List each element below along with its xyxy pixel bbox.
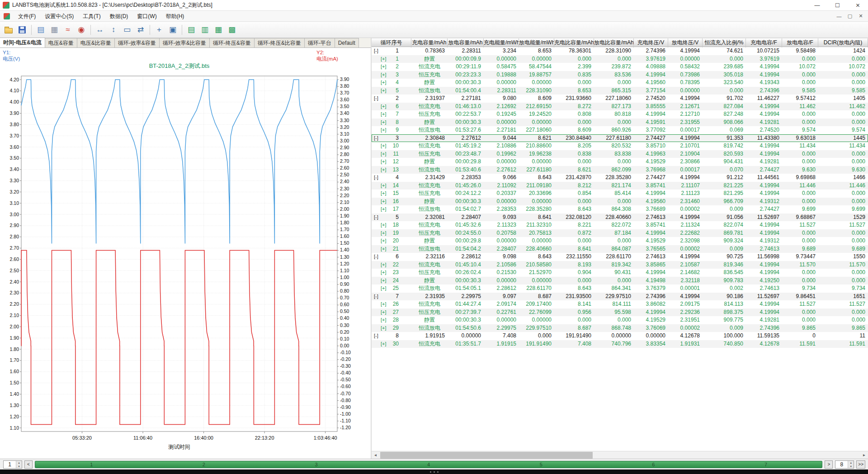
expander-toggle[interactable]: [+] [372,79,387,87]
step-row[interactable]: [+]13恒流放电01:53:40.62.27612227.611808.621… [372,166,868,174]
cycle-row[interactable]: [-]72.319352.299759.0978.687231.93500229… [372,293,868,301]
expander-toggle[interactable]: [+] [372,158,387,166]
step-row[interactable]: [+]1静置00:00:09.90.000000.000000.0000.000… [372,55,868,63]
expander-toggle[interactable]: [+] [372,245,387,253]
expander-toggle[interactable]: [-] [372,174,378,182]
expander-toggle[interactable]: [-] [372,332,378,340]
expander-toggle[interactable]: [+] [372,277,387,285]
step-row[interactable]: [+]15恒压充电00:24:12.20.2033720.336960.8548… [372,190,868,198]
step-row[interactable]: [+]4静置00:00:30.30.000000.000000.0000.000… [372,79,868,87]
column-header[interactable]: 放电电容/F [782,38,818,47]
expander-toggle[interactable]: [+] [372,182,387,190]
expander-toggle[interactable]: [+] [372,229,387,237]
open-file-button[interactable] [2,24,15,36]
range-start-spinner[interactable]: 1 ▴ ▾ [3,460,22,469]
step-row[interactable]: [+]30恒流充电01:35:51.71.91915191.914907.408… [372,340,868,348]
expander-toggle[interactable]: [+] [372,324,387,332]
expander-toggle[interactable]: [+] [372,198,387,206]
range-start-value[interactable]: 1 [4,461,16,468]
step-row[interactable]: [+]11恒压充电00:23:48.70.1996219.962380.8388… [372,150,868,158]
tab-3[interactable]: 电压&比容量 [77,38,115,47]
range-prev-button[interactable]: < [24,460,33,469]
marker-button[interactable]: + [153,24,165,36]
table-export-button[interactable]: ▩ [226,24,238,36]
expander-toggle[interactable]: [-] [372,134,378,142]
tab-9[interactable]: Default [335,38,359,47]
spin-down-icon[interactable]: ▾ [16,465,22,468]
step-row[interactable]: [+]3恒压充电00:23:23.30.1988819.887570.83583… [372,71,868,79]
step-row[interactable]: [+]28静置00:00:30.30.000000.000000.0000.00… [372,316,868,324]
zoom-box-button[interactable]: ▭ [121,24,133,36]
step-row[interactable]: [+]27恒压充电00:27:39.70.2276122.760990.9569… [372,308,868,317]
column-header[interactable]: 循环序号 [372,38,411,47]
cycle-row[interactable]: [-]22.319372.271819.0808.609231.93660227… [372,95,868,103]
table-columns-button[interactable]: ▥ [198,24,211,36]
tab-5[interactable]: 循环-效率&比容量 [159,38,210,47]
expander-toggle[interactable]: [+] [372,166,387,174]
expander-toggle[interactable]: [+] [372,340,387,348]
expander-toggle[interactable]: [+] [372,316,387,324]
step-row[interactable]: [+]7恒压充电00:22:53.70.1924519.245200.80880… [372,110,868,118]
step-row[interactable]: [+]14恒流充电01:45:26.02.11092211.091808.212… [372,182,868,190]
tab-4[interactable]: 循环-效率&容量 [114,38,160,47]
expander-toggle[interactable]: [+] [372,221,387,229]
scrollbar-track[interactable] [379,451,860,459]
menu-item[interactable]: 窗口(W) [132,11,161,22]
range-end-value[interactable]: 8 [835,461,848,468]
expander-toggle[interactable]: [+] [372,269,387,277]
tab-7[interactable]: 循环-终压&比容量 [254,38,305,47]
menu-item[interactable]: 数据(D) [105,11,133,22]
step-row[interactable]: [+]8静置00:00:30.30.000000.000000.0000.000… [372,118,868,127]
expander-toggle[interactable]: [-] [372,293,378,301]
minimize-button[interactable]: — [807,0,827,11]
step-row[interactable]: [+]25恒流放电01:54:05.12.28612228.611708.643… [372,284,868,293]
chart-area[interactable]: 4.204.104.003.903.803.703.603.503.403.30… [0,48,371,459]
menu-item[interactable]: 文件(F) [14,11,40,22]
mdi-close-button[interactable]: ✕ [855,12,866,21]
zoom-x-button[interactable]: ↔ [94,24,106,36]
step-row[interactable]: [+]2恒流充电00:29:11.90.5847558.475442.39923… [372,63,868,71]
column-header[interactable]: 充电容量/mAh [411,38,448,47]
step-row[interactable]: [+]19恒压充电00:24:55.00.2075820.758130.8728… [372,229,868,237]
close-button[interactable]: ✕ [848,0,868,11]
range-end-spinner[interactable]: 8 ▴ ▾ [835,460,854,469]
step-row[interactable]: [+]12静置00:00:29.80.000000.000000.0000.00… [372,158,868,166]
range-fast-forward-button[interactable]: >> [856,460,865,469]
column-header[interactable]: 充电能量/mWh [484,38,519,47]
zoom-reset-button[interactable]: ⇄ [134,24,147,36]
expander-toggle[interactable]: [+] [372,71,387,79]
zoom-y-button[interactable]: ↕ [107,24,120,36]
expander-toggle[interactable]: [-] [372,253,378,261]
step-row[interactable]: [+]17恒流放电01:54:02.72.28353228.352808.643… [372,205,868,213]
step-row[interactable]: [+]26恒流充电01:44:27.42.09174209.174008.141… [372,300,868,308]
expander-toggle[interactable]: [+] [372,284,387,293]
expander-toggle[interactable]: [+] [372,87,387,95]
column-header[interactable]: 恒流充入比例/% [703,38,746,47]
column-header[interactable]: 充电终压/V [634,38,668,47]
crop-region-button[interactable]: ▣ [166,24,179,36]
expander-toggle[interactable]: [-] [372,95,378,103]
cycle-row[interactable]: [-]52.320812.284079.0938.641232.08120228… [372,213,868,222]
range-track[interactable]: 1234567 [35,461,822,468]
range-next-button[interactable]: > [825,460,833,469]
report-view-button[interactable]: ▦ [48,24,61,36]
table-rows-button[interactable]: ▦ [212,24,225,36]
column-header[interactable]: 放电能量/mWh [519,38,554,47]
menu-item[interactable]: 工具(T) [78,11,105,22]
cycle-row[interactable]: [-]81.919150.000007.4080.000191.914900.0… [372,332,868,340]
step-row[interactable]: [+]9恒流放电01:53:27.62.27181227.180608.6098… [372,126,868,134]
expander-toggle[interactable]: [-] [372,213,378,222]
expander-toggle[interactable]: [+] [372,300,387,308]
column-header[interactable]: 充电比容量/mAh/ [554,38,594,47]
scroll-left-button[interactable]: ◄ [372,451,379,459]
expander-toggle[interactable]: [+] [372,63,387,71]
cycle-row[interactable]: [-]62.321162.286129.0988.643232.11550228… [372,253,868,261]
taskbar-edge[interactable] [0,469,868,474]
step-row[interactable]: [+]21恒流放电01:54:04.22.28407228.406608.641… [372,245,868,253]
table-horizontal-scrollbar[interactable]: ◄ ► [372,451,868,459]
tab-1[interactable]: 时间-电压&电流 [0,38,45,47]
save-button[interactable] [16,24,28,36]
menu-item[interactable]: 帮助(H) [161,11,189,22]
column-header[interactable]: 放电终压/V [668,38,703,47]
expander-toggle[interactable]: [+] [372,110,387,118]
